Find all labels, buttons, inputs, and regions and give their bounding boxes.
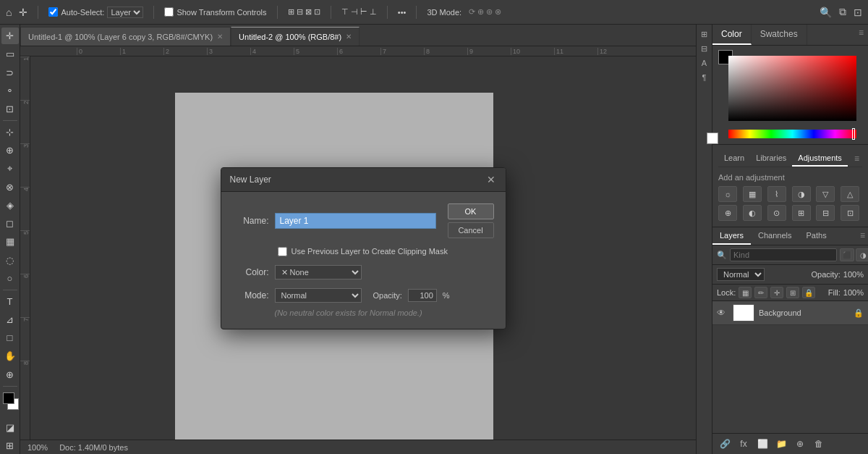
colorlook-adj[interactable]: ⊟ xyxy=(816,205,835,221)
crop-tool-btn[interactable]: ⊡ xyxy=(1,101,19,117)
levels-adj[interactable]: ▦ xyxy=(743,186,762,202)
add-adjustment-label: Add an adjustment xyxy=(718,173,862,182)
color-gradient-picker[interactable] xyxy=(728,56,856,121)
move-icon[interactable]: ✛ xyxy=(19,7,27,18)
color-label: Color: xyxy=(233,267,269,277)
lasso-tool-btn[interactable]: ⊃ xyxy=(1,64,19,80)
quick-mask-btn[interactable]: ◪ xyxy=(1,419,19,436)
invert-adj[interactable]: ⊡ xyxy=(841,205,859,221)
screen-mode-btn[interactable]: ⊞ xyxy=(1,437,19,454)
auto-select-type[interactable]: Layer xyxy=(107,7,143,18)
layers-tab-paths[interactable]: Paths xyxy=(799,227,834,245)
color-select[interactable]: ✕ None Red Orange Yellow Green Blue Viol… xyxy=(275,265,362,279)
char-vert-btn[interactable]: ¶ xyxy=(698,71,711,84)
dodge-btn[interactable]: ○ xyxy=(1,270,19,287)
libraries-tab[interactable]: Libraries xyxy=(750,151,792,167)
lock-artboard-btn[interactable]: ⊞ xyxy=(786,287,799,298)
mode-select[interactable]: Normal Dissolve Multiply Screen Overlay xyxy=(275,288,362,303)
add-mask-btn[interactable]: ⬜ xyxy=(754,437,770,451)
more-btn[interactable]: ••• xyxy=(398,8,407,17)
history-vert-btn[interactable]: ⊞ xyxy=(698,28,711,41)
lock-position-btn[interactable]: ✛ xyxy=(770,287,783,298)
clipping-mask-checkbox[interactable] xyxy=(278,247,287,256)
foreground-color-swatch[interactable] xyxy=(3,392,14,404)
quick-select-btn[interactable]: ⚬ xyxy=(1,83,19,99)
photo-adj[interactable]: ⊙ xyxy=(767,205,786,221)
link-layers-btn[interactable]: 🔗 xyxy=(717,437,733,451)
arrange-icon[interactable]: ⧉ xyxy=(839,6,846,18)
new-layer-btn[interactable]: ⊕ xyxy=(792,437,808,451)
layers-tab-channels[interactable]: Channels xyxy=(751,227,799,245)
dialog-close-button[interactable]: ✕ xyxy=(485,174,497,185)
hsl-adj[interactable]: △ xyxy=(841,186,859,202)
hand-btn[interactable]: ✋ xyxy=(1,348,19,364)
color-panel-menu[interactable]: ≡ xyxy=(854,25,868,45)
layers-search-bar: 🔍 ⬛ ◑ T □ ⊕ xyxy=(712,245,868,265)
hue-slider[interactable] xyxy=(728,130,856,138)
healing-btn[interactable]: ⊕ xyxy=(1,142,19,159)
color-tab[interactable]: Color xyxy=(712,25,752,45)
layer-lock-icon: 🔒 xyxy=(854,308,864,318)
canvas-viewport[interactable]: New Layer ✕ Name: OK Cancel xyxy=(30,56,696,440)
colbal-adj[interactable]: ⊕ xyxy=(718,205,737,221)
delete-layer-btn[interactable]: 🗑 xyxy=(811,437,827,451)
brightness-adj[interactable]: ☼ xyxy=(718,186,737,202)
main-area: ✛ ▭ ⊃ ⚬ ⊡ ⊹ ⊕ ⌖ ⊗ ◈ ◻ ▦ ◌ ○ T ⊿ □ ✋ ⊕ ◪ … xyxy=(0,25,868,454)
right-panel: Color Swatches ≡ xyxy=(712,25,868,454)
blur-btn[interactable]: ◌ xyxy=(1,251,19,268)
home-icon[interactable]: ⌂ xyxy=(6,7,12,18)
filter-adj-btn[interactable]: ◑ xyxy=(856,248,868,261)
adjustments-tab[interactable]: Adjustments xyxy=(792,151,848,167)
lock-all-btn[interactable]: 🔒 xyxy=(802,287,815,298)
eyedropper-btn[interactable]: ⊹ xyxy=(1,124,19,140)
shape-btn[interactable]: □ xyxy=(1,329,19,346)
eraser-btn[interactable]: ◻ xyxy=(1,215,19,232)
ruler-v-mark-6: 6 xyxy=(20,274,30,317)
tab-untitled-1[interactable]: Untitled-1 @ 100% (Layer 6 copy 3, RGB/8… xyxy=(20,27,231,46)
new-group-btn[interactable]: 📁 xyxy=(773,437,789,451)
search-icon[interactable]: 🔍 xyxy=(820,7,832,18)
filter-pixel-btn[interactable]: ⬛ xyxy=(840,248,854,261)
history-btn[interactable]: ◈ xyxy=(1,197,19,214)
blend-mode-select[interactable]: Normal xyxy=(717,268,765,281)
type-btn[interactable]: T xyxy=(1,293,19,310)
path-btn[interactable]: ⊿ xyxy=(1,311,19,328)
ok-button[interactable]: OK xyxy=(448,203,494,219)
layer-item-background[interactable]: 👁 Background 🔒 xyxy=(712,301,868,325)
bw-adj[interactable]: ◐ xyxy=(743,205,762,221)
vibrance-adj[interactable]: ▽ xyxy=(816,186,835,202)
gradient-btn[interactable]: ▦ xyxy=(1,233,19,250)
fx-btn[interactable]: fx xyxy=(736,437,752,451)
layers-panel-menu[interactable]: ≡ xyxy=(857,227,868,245)
bg-color-swatch[interactable] xyxy=(707,133,718,144)
opacity-label: Opacity: xyxy=(373,291,402,300)
exposure-adj[interactable]: ◑ xyxy=(792,186,811,202)
tab-2-close[interactable]: ✕ xyxy=(346,33,352,41)
ruler-v-mark-4: 4 xyxy=(20,187,30,230)
zoom-btn[interactable]: ⊕ xyxy=(1,366,19,383)
learn-tab[interactable]: Learn xyxy=(718,151,750,167)
adjustments-vert-btn[interactable]: A xyxy=(698,56,711,70)
layers-vert-btn[interactable]: ⊟ xyxy=(698,42,711,55)
brush-btn[interactable]: ⌖ xyxy=(1,160,19,177)
swatches-tab[interactable]: Swatches xyxy=(752,25,807,45)
lock-image-btn[interactable]: ✏ xyxy=(754,287,767,298)
transform-checkbox[interactable] xyxy=(164,7,174,17)
curves-adj[interactable]: ⌇ xyxy=(767,186,786,202)
layers-tab-layers[interactable]: Layers xyxy=(712,227,751,245)
layer-name-input[interactable] xyxy=(275,213,436,229)
lock-transparent-btn[interactable]: ▦ xyxy=(739,287,752,298)
layers-search-input[interactable] xyxy=(730,248,837,261)
cancel-button[interactable]: Cancel xyxy=(448,222,494,238)
workspace-icon[interactable]: ⊡ xyxy=(854,7,862,18)
tab-1-close[interactable]: ✕ xyxy=(217,33,223,41)
opacity-input[interactable] xyxy=(408,289,437,302)
adj-panel-menu[interactable]: ≡ xyxy=(851,151,862,167)
clone-btn[interactable]: ⊗ xyxy=(1,179,19,196)
layer-visibility-toggle[interactable]: 👁 xyxy=(717,308,728,318)
move-tool-btn[interactable]: ✛ xyxy=(1,28,19,44)
chanmix-adj[interactable]: ⊞ xyxy=(792,205,811,221)
auto-select-checkbox[interactable] xyxy=(48,7,58,17)
marquee-tool-btn[interactable]: ▭ xyxy=(1,46,19,62)
tab-untitled-2[interactable]: Untitled-2 @ 100% (RGB/8#) ✕ xyxy=(231,27,359,46)
